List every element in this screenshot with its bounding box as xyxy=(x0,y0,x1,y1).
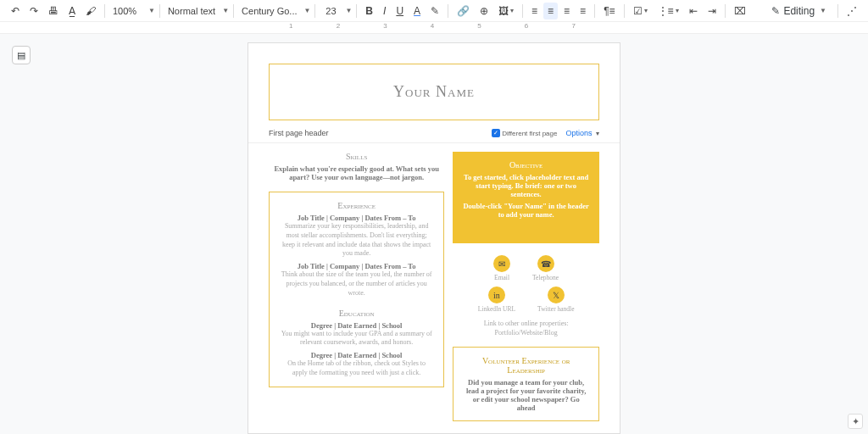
insert-link-button[interactable]: 🔗 xyxy=(453,3,474,19)
header-label: First page header xyxy=(269,129,329,137)
header-toolbar: First page header ✓ Different first page… xyxy=(248,125,620,143)
contact-block: ✉Email ☎Telephone inLinkedIn URL 𝕏Twitte… xyxy=(453,252,599,338)
twitter-icon: 𝕏 xyxy=(548,287,565,303)
mode-label: Editing xyxy=(783,5,815,17)
main-toolbar: ↶ ↷ 🖶 A̲ 🖌 100%▼ Normal text▼ Century Go… xyxy=(0,0,868,22)
spellcheck-button[interactable]: A̲ xyxy=(64,3,80,19)
email-icon: ✉ xyxy=(493,255,510,272)
style-select[interactable]: Normal text xyxy=(164,4,219,18)
checklist-button[interactable]: ☑▾ xyxy=(629,3,652,19)
font-size-select[interactable]: 23 xyxy=(320,4,342,18)
zoom-select[interactable]: 100% xyxy=(109,4,145,18)
align-right-button[interactable]: ≡ xyxy=(559,3,574,19)
header-options-dropdown[interactable]: Options ▾ xyxy=(565,129,599,137)
page[interactable]: Your Name First page header ✓ Different … xyxy=(248,42,620,434)
objective-block: Objective To get started, click placehol… xyxy=(453,152,599,243)
education-section: Education Degree | Date Earned | School … xyxy=(280,309,433,378)
header-name-box[interactable]: Your Name xyxy=(269,64,599,120)
add-comment-button[interactable]: ⊕ xyxy=(476,3,492,19)
clear-formatting-button[interactable]: ⌧ xyxy=(730,3,750,19)
experience-section: Experience Job Title | Company | Dates F… xyxy=(280,201,433,298)
bulleted-list-button[interactable]: ⋮≡▾ xyxy=(654,3,683,19)
highlight-button[interactable]: ✎ xyxy=(426,3,443,19)
document-body[interactable]: Skills Explain what you're especially go… xyxy=(248,143,620,434)
line-spacing-button[interactable]: ¶≡ xyxy=(599,3,619,19)
skills-section: Skills Explain what you're especially go… xyxy=(269,152,444,181)
overflow-button[interactable]: ⋰ xyxy=(843,3,861,19)
undo-button[interactable]: ↶ xyxy=(7,3,24,19)
italic-button[interactable]: I xyxy=(379,3,390,19)
document-workspace: ▤ Your Name First page header ✓ Differen… xyxy=(0,34,868,434)
name-heading[interactable]: Your Name xyxy=(288,83,580,101)
volunteer-block: Volunteer Experience or Leadership Did y… xyxy=(453,347,599,421)
print-button[interactable]: 🖶 xyxy=(44,3,63,19)
telephone-icon: ☎ xyxy=(537,255,554,272)
bold-button[interactable]: B xyxy=(361,3,377,19)
insert-image-button[interactable]: 🖼▾ xyxy=(494,3,518,19)
align-center-button[interactable]: ≡ xyxy=(543,3,558,19)
pencil-icon: ✎ xyxy=(771,5,780,17)
mode-select[interactable]: ✎ Editing ▼ xyxy=(765,3,833,19)
increase-indent-button[interactable]: ⇥ xyxy=(704,3,721,19)
text-color-button[interactable]: A xyxy=(409,3,425,19)
underline-button[interactable]: U xyxy=(392,3,408,19)
explore-button[interactable]: ✦ xyxy=(848,414,863,429)
redo-button[interactable]: ↷ xyxy=(25,3,42,19)
font-select[interactable]: Century Go... xyxy=(238,4,300,18)
decrease-indent-button[interactable]: ⇤ xyxy=(685,3,702,19)
outline-toggle[interactable]: ▤ xyxy=(12,46,31,64)
linkedin-icon: in xyxy=(488,287,505,303)
horizontal-ruler[interactable]: 1234567 xyxy=(0,22,868,34)
paint-format-button[interactable]: 🖌 xyxy=(81,3,100,19)
align-justify-button[interactable]: ≡ xyxy=(576,3,590,19)
diff-first-page-checkbox[interactable]: ✓ xyxy=(492,129,500,137)
align-left-button[interactable]: ≡ xyxy=(527,3,542,19)
experience-education-block: Experience Job Title | Company | Dates F… xyxy=(269,192,444,387)
diff-first-page-label: Different first page xyxy=(502,130,557,137)
